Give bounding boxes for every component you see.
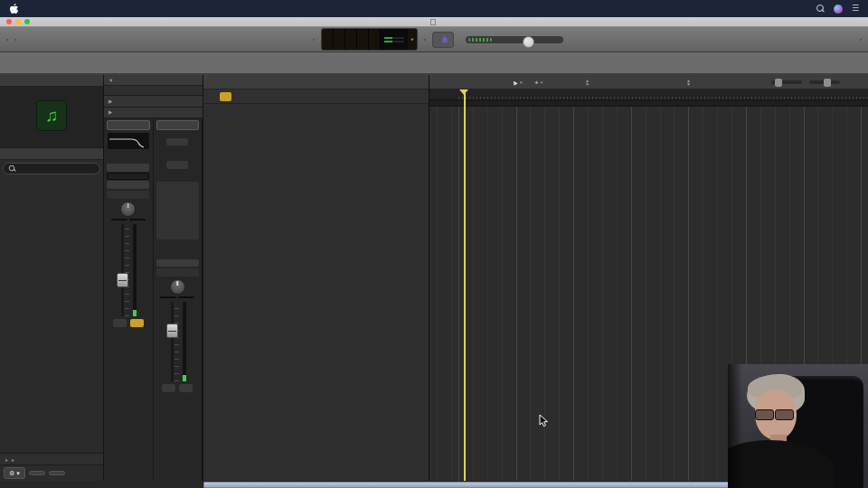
drag-menu[interactable]: ▲▼	[681, 75, 691, 89]
inspector-panel: ▼ ▶ ▶	[104, 75, 203, 481]
sends-slot[interactable]	[107, 164, 149, 172]
spotlight-search-icon[interactable]	[816, 5, 825, 13]
breadcrumb-chevron-icon: ▸	[12, 456, 14, 463]
patch-note-icon: ♫	[36, 100, 67, 131]
disclosure-right-icon: ▶	[108, 109, 112, 115]
search-sounds-input[interactable]	[18, 165, 95, 172]
breadcrumb-chevron-icon: ▸	[5, 456, 8, 463]
level-meter	[133, 224, 137, 316]
solo-button[interactable]	[130, 319, 144, 327]
insert-plus-button[interactable]	[166, 161, 188, 169]
quick-help-body	[104, 86, 203, 96]
add-track-row	[203, 89, 429, 104]
patch-breadcrumb[interactable]: ▸ ▸	[0, 453, 103, 465]
quick-help-header[interactable]: ▼	[104, 75, 203, 86]
lcd-dropdown-icon[interactable]: ▾	[408, 29, 417, 50]
lcd-position-section[interactable]	[334, 29, 345, 50]
siri-icon[interactable]	[834, 5, 843, 14]
control-bar: ▾ ⋔	[0, 26, 868, 52]
zoom-tool-buttons	[762, 77, 840, 88]
disclosure-down-icon: ▼	[108, 78, 113, 83]
marker-lane[interactable]	[429, 100, 868, 107]
window-title-bar[interactable]	[0, 17, 868, 26]
peak-readout[interactable]	[178, 296, 194, 298]
pointer-tool-button[interactable]: ▲▾	[511, 77, 522, 88]
library-action-menu-button[interactable]: ⚙ ▾	[4, 467, 25, 479]
fader-knob[interactable]	[166, 324, 178, 338]
save-button[interactable]	[49, 471, 65, 475]
lcd-time-section[interactable]	[322, 29, 334, 50]
close-window-button[interactable]	[6, 19, 12, 24]
revert-button[interactable]	[29, 471, 45, 475]
secondary-toolbar	[0, 52, 868, 75]
channel-setting-button[interactable]	[107, 120, 150, 130]
volume-readout[interactable]	[160, 296, 176, 298]
library-header	[0, 75, 103, 87]
search-icon	[9, 165, 14, 172]
pan-knob[interactable]	[120, 202, 136, 217]
output-fader[interactable]	[169, 302, 179, 381]
document-icon	[430, 19, 436, 25]
channel-fader[interactable]	[119, 224, 129, 316]
view-toggle-group	[6, 39, 8, 41]
minimize-window-button[interactable]	[15, 19, 21, 24]
macos-menu-bar: ☰	[0, 0, 868, 17]
output-setting-button[interactable]	[156, 120, 200, 130]
lcd-cpu-meter	[381, 29, 408, 50]
apple-menu-icon[interactable]	[9, 4, 20, 14]
vertical-zoom-slider[interactable]	[771, 80, 802, 84]
output-routing-button[interactable]	[107, 173, 149, 181]
automation-mode-button[interactable]	[156, 268, 199, 277]
zoom-window-button[interactable]	[24, 19, 30, 24]
eq-thumbnail[interactable]	[108, 133, 149, 149]
master-volume-meter	[468, 38, 492, 42]
quantize-button[interactable]: ⋔	[432, 32, 454, 48]
lcd-signature-section[interactable]	[357, 29, 369, 50]
secondary-tool-button[interactable]: +▾	[534, 77, 542, 88]
master-volume-slider[interactable]	[466, 36, 563, 43]
snap-menu[interactable]: ▲▼	[580, 75, 590, 89]
tuner-icon[interactable]: ⋔	[441, 34, 448, 44]
solo-lock-button[interactable]	[220, 92, 231, 101]
bar-ruler[interactable]	[429, 89, 868, 100]
browser-buttons-group	[860, 39, 862, 41]
group-slot[interactable]	[156, 259, 199, 267]
volume-readout[interactable]	[111, 219, 127, 221]
webcam-shadow	[728, 364, 742, 488]
channel-strip-output	[154, 118, 203, 481]
mute-button[interactable]	[113, 319, 127, 327]
group-slot[interactable]	[107, 181, 149, 189]
disclosure-right-icon: ▶	[108, 99, 112, 104]
region-inspector-row[interactable]: ▶	[104, 96, 203, 108]
track-header-panel	[203, 75, 429, 481]
tools-group	[14, 39, 16, 41]
logic-pro-window: ☰	[0, 0, 868, 488]
solo-button[interactable]	[179, 384, 193, 392]
playhead-handle[interactable]	[459, 89, 468, 99]
audio-fx-area[interactable]	[156, 182, 199, 239]
pointer-tool-icon: ▲	[509, 77, 520, 88]
library-search[interactable]	[3, 163, 100, 174]
library-panel: ♫ ▸ ▸ ⚙ ▾	[0, 75, 104, 481]
level-meter	[183, 302, 186, 381]
lcd-io-section[interactable]	[369, 29, 381, 50]
fader-knob[interactable]	[117, 273, 128, 287]
transport-controls	[313, 39, 315, 41]
person-glasses	[755, 409, 795, 419]
lcd-display[interactable]: ▾	[321, 28, 418, 51]
master-volume-knob[interactable]	[523, 36, 534, 48]
webcam-overlay	[728, 364, 868, 488]
sounds-header	[0, 148, 103, 160]
arrange-toolbar: ▲▾ +▾ ▲▼ ▲▼	[429, 75, 868, 89]
peak-readout[interactable]	[129, 219, 146, 221]
mode-buttons-group	[424, 39, 426, 41]
horizontal-zoom-slider[interactable]	[809, 80, 840, 84]
track-inspector-row[interactable]: ▶	[104, 108, 203, 119]
channel-strip-track	[104, 118, 154, 481]
lcd-tempo-section[interactable]	[345, 29, 357, 50]
eq-slot[interactable]	[166, 138, 188, 146]
notification-center-icon[interactable]: ☰	[852, 5, 859, 13]
automation-mode-button[interactable]	[107, 191, 149, 199]
mute-button[interactable]	[162, 384, 175, 392]
pan-knob[interactable]	[170, 279, 185, 295]
